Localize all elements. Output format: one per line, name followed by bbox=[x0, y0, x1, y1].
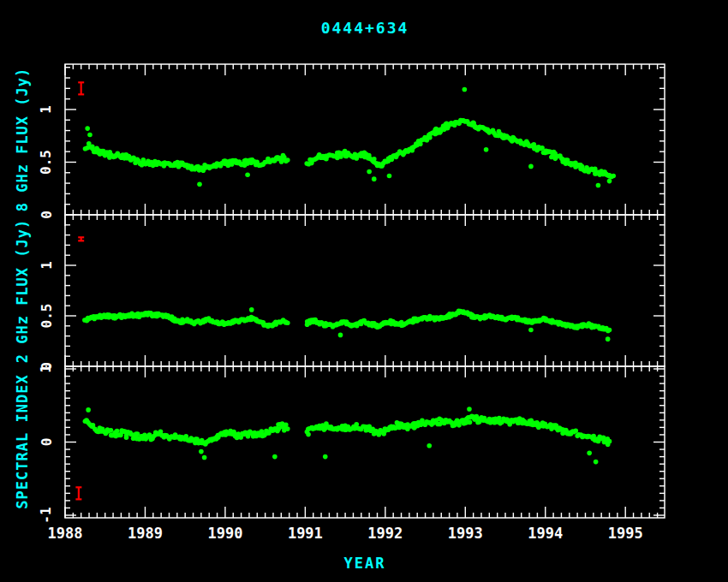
panel-2ghz-typical-error-bar bbox=[78, 237, 84, 241]
svg-text:1994: 1994 bbox=[528, 525, 563, 542]
panel-2ghz-ticks bbox=[65, 215, 665, 366]
svg-text:1: 1 bbox=[39, 105, 55, 114]
panel-spectral-index-data-points bbox=[83, 407, 612, 464]
svg-text:0.5: 0.5 bbox=[39, 304, 55, 329]
panel-spectral-index-y-tick-labels: -101 bbox=[39, 365, 55, 523]
svg-text:1995: 1995 bbox=[608, 525, 643, 542]
svg-text:1992: 1992 bbox=[367, 525, 403, 542]
svg-text:1991: 1991 bbox=[288, 525, 323, 542]
panel-2ghz-data-points bbox=[82, 307, 612, 341]
svg-text:-1: -1 bbox=[39, 507, 55, 523]
x-axis-tick-labels: 19881989199019911992199319941995 bbox=[48, 525, 643, 542]
svg-text:1993: 1993 bbox=[448, 525, 483, 542]
panel-2ghz-y-tick-labels: 00.51 bbox=[39, 261, 55, 371]
svg-text:0: 0 bbox=[39, 211, 55, 219]
svg-text:1990: 1990 bbox=[207, 525, 242, 542]
svg-text:0: 0 bbox=[39, 438, 55, 447]
plot-page: 0444+634 8 GHz FLUX (Jy) 2 GHz FLUX (Jy)… bbox=[0, 0, 728, 582]
panel-8ghz-y-tick-labels: 00.51 bbox=[39, 105, 55, 219]
panel-8ghz-data-points bbox=[83, 87, 616, 188]
panel-8ghz-typical-error-bar bbox=[78, 82, 84, 94]
panel-spectral-index-ticks bbox=[65, 366, 665, 518]
svg-text:1988: 1988 bbox=[48, 525, 83, 542]
x-axis-label: YEAR bbox=[344, 555, 386, 572]
panel-spectral-index-typical-error-bar bbox=[75, 487, 81, 499]
panel-2ghz-frame bbox=[65, 215, 665, 366]
svg-text:1989: 1989 bbox=[128, 525, 163, 542]
svg-text:0.5: 0.5 bbox=[39, 150, 55, 175]
panel-8ghz: 00.51 bbox=[39, 64, 665, 219]
panel-2ghz: 00.51 bbox=[39, 215, 665, 371]
plot-canvas: 00.5100.51-10119881989199019911992199319… bbox=[0, 0, 728, 582]
panel-8ghz-ticks bbox=[65, 64, 665, 215]
panel-spectral-index-frame bbox=[65, 366, 665, 518]
svg-text:1: 1 bbox=[39, 365, 55, 373]
svg-text:1: 1 bbox=[39, 261, 55, 270]
panel-spectral-index: -101 bbox=[39, 365, 665, 523]
panel-8ghz-frame bbox=[65, 64, 665, 215]
